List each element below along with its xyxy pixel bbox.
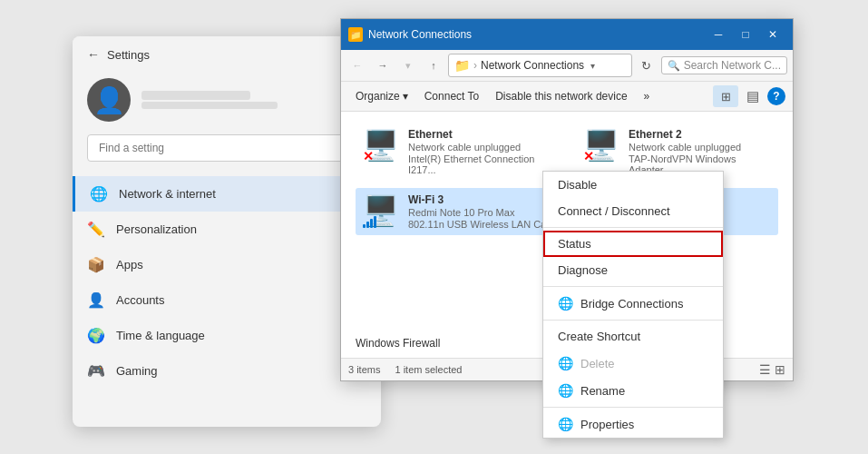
sidebar-item-network[interactable]: 🌐 Network & internet bbox=[73, 176, 381, 212]
context-diagnose[interactable]: Diagnose bbox=[543, 257, 723, 283]
ethernet-icon: 🖥️ ✕ bbox=[363, 128, 401, 163]
help-button[interactable]: ? bbox=[767, 87, 785, 105]
context-menu: Disable Connect / Disconnect Status Diag… bbox=[542, 171, 724, 439]
username-blurred bbox=[141, 91, 250, 100]
context-rename[interactable]: 🌐 Rename bbox=[543, 377, 723, 404]
ethernet-desc1: Network cable unplugged bbox=[408, 142, 551, 153]
connect-to-button[interactable]: Connect To bbox=[417, 87, 487, 105]
up-button[interactable]: ↑ bbox=[423, 54, 444, 76]
settings-search-input[interactable] bbox=[87, 134, 366, 162]
nav-time-label: Time & language bbox=[116, 329, 205, 342]
error2-icon: ✕ bbox=[583, 150, 594, 163]
titlebar-controls: ─ □ ✕ bbox=[706, 25, 785, 44]
bridge-label: Bridge Connections bbox=[580, 297, 683, 311]
titlebar-folder-icon: 📁 bbox=[348, 27, 363, 42]
statusbar-view-icons: ☰ ⊞ bbox=[759, 362, 785, 377]
ethernet2-details: Ethernet 2 Network cable unplugged TAP-N… bbox=[629, 128, 771, 175]
firewall-label: Windows Firewall bbox=[356, 337, 440, 350]
nav-apps-label: Apps bbox=[116, 258, 143, 271]
avatar: 👤 bbox=[87, 78, 131, 122]
statusbar-tiles-icon[interactable]: ⊞ bbox=[775, 362, 785, 377]
breadcrumb-separator: › bbox=[473, 59, 477, 72]
context-shortcut[interactable]: Create Shortcut bbox=[543, 323, 723, 350]
breadcrumb-folder-icon: 📁 bbox=[454, 58, 470, 73]
bridge-icon: 🌐 bbox=[558, 296, 573, 311]
close-button[interactable]: ✕ bbox=[760, 25, 785, 44]
ethernet2-icon: 🖥️ ✕ bbox=[583, 128, 621, 163]
minimize-button[interactable]: ─ bbox=[706, 25, 731, 44]
settings-window: ← Settings 👤 🔍 🌐 Network & internet ✏️ P… bbox=[73, 36, 381, 427]
context-separator-4 bbox=[543, 407, 723, 408]
connect-to-label: Connect To bbox=[424, 90, 480, 103]
back-icon[interactable]: ← bbox=[87, 47, 100, 62]
user-silhouette-icon: 👤 bbox=[93, 85, 125, 115]
context-properties[interactable]: 🌐 Properties bbox=[543, 410, 723, 438]
context-status[interactable]: Status bbox=[543, 231, 723, 257]
rename-icon: 🌐 bbox=[558, 383, 573, 398]
back-button[interactable]: ← bbox=[346, 54, 368, 76]
sidebar-item-apps[interactable]: 📦 Apps bbox=[73, 247, 381, 282]
settings-nav: 🌐 Network & internet ✏️ Personalization … bbox=[73, 176, 381, 389]
ethernet-desc2: Intel(R) Ethernet Connection I217... bbox=[408, 153, 551, 175]
bar2 bbox=[366, 222, 369, 228]
sidebar-item-accounts[interactable]: 👤 Accounts bbox=[73, 282, 381, 318]
sidebar-item-gaming[interactable]: 🎮 Gaming bbox=[73, 353, 381, 389]
firewall-section: Windows Firewall bbox=[356, 334, 440, 350]
disable-network-button[interactable]: Disable this network device bbox=[488, 87, 634, 105]
bar1 bbox=[363, 224, 366, 228]
item-count: 3 items bbox=[348, 364, 380, 375]
diagnose-label: Diagnose bbox=[558, 263, 608, 277]
bar3 bbox=[370, 219, 373, 228]
context-connect-disconnect[interactable]: Connect / Disconnect bbox=[543, 198, 723, 224]
network-icon: 🌐 bbox=[90, 185, 108, 202]
shortcut-label: Create Shortcut bbox=[558, 330, 640, 343]
context-separator-1 bbox=[543, 227, 723, 228]
breadcrumb-current: Network Connections bbox=[481, 59, 584, 72]
time-icon: 🌍 bbox=[87, 327, 105, 344]
nav-personalization-label: Personalization bbox=[116, 222, 197, 236]
dropdown-button[interactable]: ▾ bbox=[397, 54, 419, 76]
maximize-button[interactable]: □ bbox=[733, 25, 758, 44]
ethernet-details: Ethernet Network cable unplugged Intel(R… bbox=[408, 128, 551, 175]
statusbar-list-icon[interactable]: ☰ bbox=[759, 362, 771, 377]
organize-label: Organize bbox=[356, 90, 400, 103]
rename-label: Rename bbox=[580, 384, 625, 398]
wifi3-icon: 🖥️ bbox=[363, 193, 401, 228]
ethernet-item[interactable]: 🖥️ ✕ Ethernet Network cable unplugged In… bbox=[356, 123, 558, 181]
error-icon: ✕ bbox=[363, 150, 374, 163]
settings-search-container: 🔍 bbox=[87, 134, 366, 162]
view-tiles-button[interactable]: ⊞ bbox=[713, 85, 738, 107]
sidebar-item-personalization[interactable]: ✏️ Personalization bbox=[73, 212, 381, 247]
breadcrumb[interactable]: 📁 › Network Connections ▾ bbox=[448, 54, 632, 77]
breadcrumb-dropdown-icon[interactable]: ▾ bbox=[588, 61, 598, 71]
ethernet2-name: Ethernet 2 bbox=[629, 128, 771, 141]
properties-label: Properties bbox=[580, 418, 634, 431]
network-toolbar: Organize ▾ Connect To Disable this netwo… bbox=[341, 82, 793, 112]
organize-button[interactable]: Organize ▾ bbox=[348, 87, 415, 105]
settings-profile: 👤 bbox=[73, 69, 381, 134]
apps-icon: 📦 bbox=[87, 256, 105, 273]
nav-network-label: Network & internet bbox=[119, 187, 216, 201]
nav-accounts-label: Accounts bbox=[116, 293, 164, 307]
context-disable[interactable]: Disable bbox=[543, 172, 723, 198]
network-titlebar: 📁 Network Connections ─ □ ✕ bbox=[341, 19, 793, 50]
delete-icon: 🌐 bbox=[558, 356, 573, 370]
user-info bbox=[141, 91, 278, 109]
refresh-button[interactable]: ↻ bbox=[636, 54, 658, 76]
context-separator-2 bbox=[543, 286, 723, 287]
more-toolbar-button[interactable]: » bbox=[637, 87, 658, 105]
forward-button[interactable]: → bbox=[372, 54, 394, 76]
context-bridge[interactable]: 🌐 Bridge Connections bbox=[543, 290, 723, 317]
nav-gaming-label: Gaming bbox=[116, 364, 158, 378]
ethernet-name: Ethernet bbox=[408, 128, 551, 141]
settings-titlebar: ← Settings bbox=[73, 36, 381, 69]
address-search[interactable]: 🔍 Search Network C... bbox=[661, 56, 787, 74]
organize-dropdown-icon: ▾ bbox=[403, 90, 408, 103]
view-details-button[interactable]: ▤ bbox=[740, 85, 766, 107]
context-separator-3 bbox=[543, 320, 723, 321]
disable-label: Disable this network device bbox=[495, 90, 627, 103]
sidebar-item-time[interactable]: 🌍 Time & language bbox=[73, 318, 381, 353]
address-search-icon: 🔍 bbox=[668, 60, 680, 72]
delete-label: Delete bbox=[580, 357, 615, 370]
ethernet2-desc1: Network cable unplugged bbox=[629, 142, 771, 153]
